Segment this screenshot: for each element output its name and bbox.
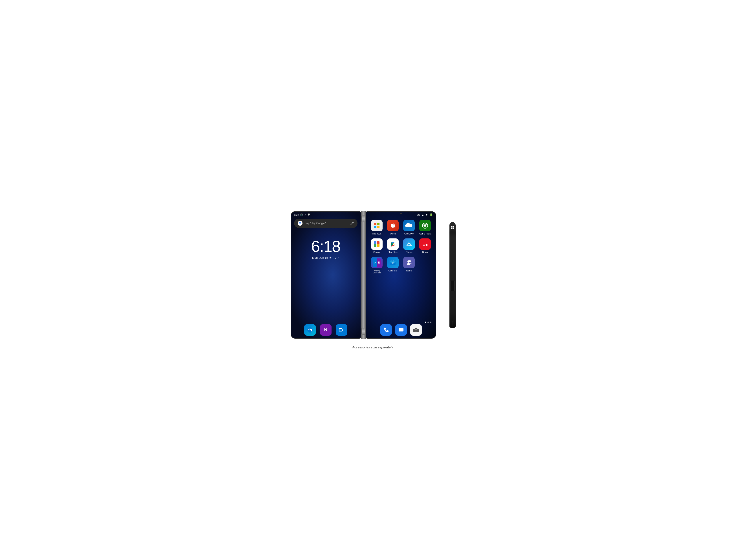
svg-rect-3 — [393, 225, 395, 227]
photos-icon — [403, 238, 415, 250]
clock-time: 6:18 — [291, 238, 361, 254]
svg-rect-19 — [399, 328, 403, 331]
phone-icon — [380, 324, 392, 336]
office-app[interactable]: Office — [387, 220, 399, 235]
edge-icon — [304, 324, 316, 336]
photos-label: Photos — [405, 251, 412, 254]
right-status-bar: 5G ▲ ▼ 🔋 — [366, 212, 436, 217]
accessories-caption: Accessories sold separately. — [352, 345, 394, 349]
calendar-label: Calendar — [389, 269, 398, 272]
mic-icon: 🎤 — [350, 222, 354, 225]
teams-label: Teams — [406, 269, 412, 272]
stylus-button — [451, 280, 455, 291]
svg-text:PASS: PASS — [424, 225, 427, 227]
news-label: News — [422, 251, 428, 254]
hinge-clip-top — [362, 215, 365, 222]
svg-rect-7 — [423, 243, 427, 243]
dock-outlook-app[interactable] — [336, 324, 347, 336]
news-icon — [419, 238, 431, 250]
edge-onenote-label: Edge | OneNote — [371, 269, 383, 274]
dot-1 — [425, 322, 426, 323]
onedrive-app[interactable]: OneDrive — [403, 220, 415, 235]
playstore-label: Play Store — [388, 251, 398, 254]
svg-text:18: 18 — [392, 262, 394, 264]
svg-text:GAME: GAME — [424, 224, 427, 225]
apps-grid: Microsoft Office — [366, 217, 436, 276]
microsoft-app[interactable]: Microsoft — [371, 220, 383, 235]
svg-rect-9 — [423, 244, 426, 245]
left-screen-panel: 6:18 📳 ☁ 💬 G Say "Hey Google" 🎤 6:18 — [291, 211, 361, 339]
google-label: Google — [373, 251, 380, 254]
teams-app[interactable]: Teams — [403, 257, 415, 274]
dot-2 — [427, 322, 429, 323]
svg-rect-15 — [392, 260, 392, 262]
battery-icon: 🔋 — [429, 213, 433, 216]
office-icon — [387, 220, 399, 231]
outlook-icon — [336, 324, 347, 336]
playstore-app[interactable]: Play Store — [387, 238, 399, 254]
gamepass-label: Game Pass — [419, 233, 431, 235]
dock-onenote-app[interactable]: N — [320, 324, 332, 336]
msg-icon: 💬 — [308, 213, 310, 216]
svg-point-21 — [415, 330, 417, 331]
stylus-top — [450, 222, 455, 232]
teams-icon — [403, 257, 415, 268]
svg-rect-1 — [340, 329, 342, 331]
sun-icon: ☀ — [329, 256, 332, 259]
dock-messages-app[interactable] — [395, 324, 407, 336]
product-scene: 6:18 📳 ☁ 💬 G Say "Hey Google" 🎤 6:18 — [291, 211, 456, 339]
left-dock: N — [291, 324, 361, 336]
dock-edge-app[interactable] — [304, 324, 316, 336]
microsoft-icon — [371, 220, 382, 231]
5g-indicator: 5G — [417, 213, 420, 216]
dock-phone-app[interactable] — [380, 324, 392, 336]
dock-camera-app[interactable] — [410, 324, 422, 336]
onedrive-icon — [403, 220, 415, 231]
svg-point-18 — [407, 260, 410, 263]
gamepass-icon: GAME PASS — [419, 220, 431, 231]
right-screen-panel: 5G ▲ ▼ 🔋 — [366, 211, 436, 339]
page-dots — [425, 322, 431, 323]
svg-rect-23 — [453, 226, 454, 228]
clock-date: Mon, Jun 18 ☀ 72°F — [291, 256, 361, 259]
device-hinge — [361, 211, 366, 339]
edge-onenote-app[interactable]: N Edge | OneNote — [371, 257, 383, 274]
dot-3 — [430, 322, 431, 323]
left-status-bar: 6:18 📳 ☁ 💬 — [291, 212, 361, 217]
windows-logo-icon — [451, 226, 454, 229]
edge-onenote-icon: N — [371, 257, 382, 268]
svg-rect-25 — [453, 228, 454, 229]
left-time-display: 6:18 Mon, Jun 18 ☀ 72°F — [291, 230, 361, 262]
svg-rect-10 — [423, 245, 425, 246]
playstore-icon — [387, 238, 399, 250]
office-label: Office — [390, 233, 396, 235]
news-app[interactable]: News — [419, 238, 431, 254]
stylus-tip — [452, 321, 453, 328]
notification-icon: 📳 — [300, 213, 303, 216]
google-logo: G — [298, 221, 303, 226]
search-placeholder-text: Say "Hey Google" — [305, 222, 348, 225]
microsoft-label: Microsoft — [372, 233, 381, 235]
onedrive-label: OneDrive — [404, 233, 413, 235]
svg-rect-22 — [451, 226, 453, 228]
surface-slim-pen — [450, 222, 456, 328]
messages-icon — [395, 324, 407, 336]
google-icon — [371, 238, 382, 250]
cloud-icon: ☁ — [304, 213, 306, 216]
google-search-bar[interactable]: G Say "Hey Google" 🎤 — [294, 218, 357, 228]
onenote-icon: N — [320, 324, 332, 336]
photos-app[interactable]: Photos — [403, 238, 415, 254]
svg-rect-11 — [426, 244, 427, 246]
calendar-app[interactable]: 18 Calendar — [387, 257, 399, 274]
front-camera — [400, 213, 402, 214]
surface-duo-device: 6:18 📳 ☁ 💬 G Say "Hey Google" 🎤 6:18 — [291, 211, 436, 339]
svg-rect-16 — [394, 260, 394, 262]
hinge-clip-bottom — [362, 328, 365, 335]
left-time-status: 6:18 — [294, 213, 299, 216]
gamepass-app[interactable]: GAME PASS Game Pass — [419, 220, 431, 235]
camera-icon — [410, 324, 422, 336]
svg-rect-24 — [451, 228, 453, 229]
google-app[interactable]: Google — [371, 238, 383, 254]
right-dock — [366, 324, 436, 336]
wifi-icon: ▼ — [426, 213, 428, 216]
